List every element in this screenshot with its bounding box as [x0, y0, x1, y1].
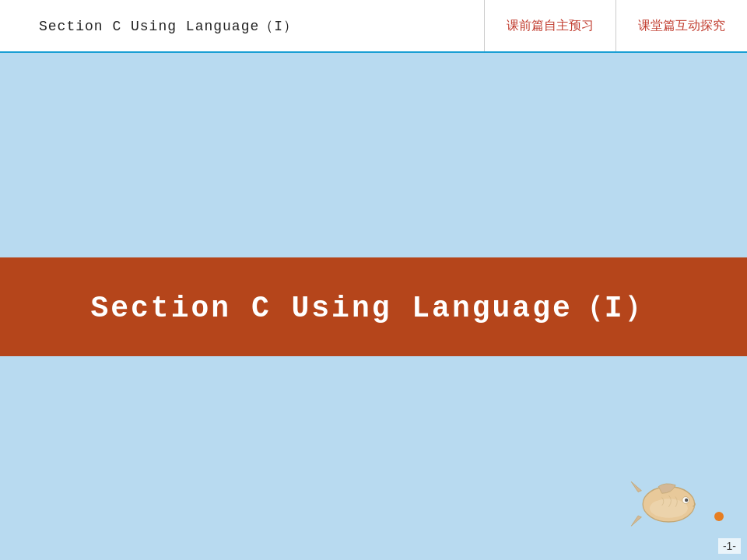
main-title: Section C Using Language（I）: [90, 287, 656, 327]
orange-dot-decoration: [714, 512, 724, 521]
svg-point-1: [650, 499, 688, 518]
title-banner: Section C Using Language（I）: [0, 257, 747, 356]
slide-container: Section C Using Language（I） 课前篇自主预习 课堂篇互…: [0, 0, 747, 560]
header-title: Section C Using Language（I）: [39, 16, 298, 35]
fish-decoration: [630, 478, 700, 537]
header-title-section: Section C Using Language（I）: [0, 16, 484, 35]
header-nav: 课前篇自主预习 课堂篇互动探究: [484, 0, 747, 51]
page-number: -1-: [718, 538, 741, 554]
main-content: Section C Using Language（I）: [0, 53, 747, 560]
nav-item-explore[interactable]: 课堂篇互动探究: [615, 0, 747, 51]
svg-point-3: [685, 499, 688, 502]
header-bar: Section C Using Language（I） 课前篇自主预习 课堂篇互…: [0, 0, 747, 53]
nav-item-preview[interactable]: 课前篇自主预习: [484, 0, 615, 51]
fish-icon: [630, 478, 700, 533]
